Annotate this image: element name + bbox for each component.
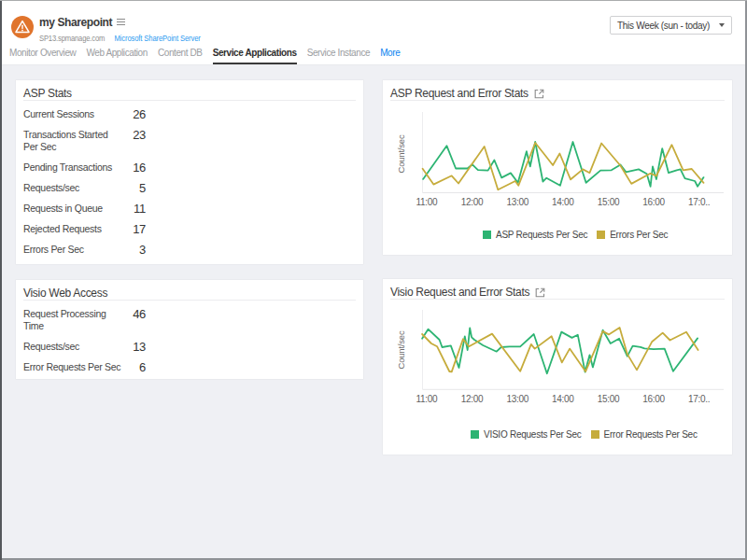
- stat-value: 16: [122, 161, 146, 174]
- x-axis-tick-label: 14:00: [552, 394, 574, 404]
- stat-row: Error Requests Per Sec6: [23, 361, 356, 373]
- legend-item-errors-per-sec[interactable]: Errors Per Sec: [597, 230, 668, 240]
- tab-content-db[interactable]: Content DB: [158, 48, 203, 64]
- legend-label: Error Requests Per Sec: [604, 429, 698, 440]
- stat-row: Pending Transactions16: [23, 161, 356, 174]
- stat-label: Error Requests Per Sec: [23, 361, 122, 373]
- x-axis-tick-label: 17:0..: [688, 197, 710, 207]
- stat-value: 46: [122, 308, 146, 320]
- line-chart-plot: Count/sec11:0012:0013:0014:0015:0016:001…: [383, 279, 732, 455]
- legend-swatch: [591, 430, 599, 439]
- legend-item-asp-requests-per-sec[interactable]: ASP Requests Per Sec: [483, 230, 587, 240]
- tab-bar: Monitor OverviewWeb ApplicationContent D…: [9, 48, 410, 64]
- legend-item-visio-requests-per-sec[interactable]: VISIO Requests Per Sec: [471, 429, 582, 440]
- card-title: Visio Web Access: [23, 280, 107, 300]
- host-name: SP13.spmanage.com: [39, 34, 105, 44]
- monitor-type-link[interactable]: Microsoft SharePoint Server: [114, 34, 200, 44]
- stat-value: 23: [122, 129, 146, 141]
- stat-label: Request Processing Time: [23, 308, 122, 332]
- series-visio-requests-per-sec: [422, 328, 698, 373]
- stat-row: Requests in Queue11: [23, 203, 356, 215]
- x-axis-tick-label: 13:00: [506, 394, 529, 404]
- line-chart-plot: Count/sec11:0012:0013:0014:0015:0016:001…: [383, 80, 732, 255]
- monitor-menu-icon[interactable]: [117, 19, 125, 25]
- stat-row: Transactions Started Per Sec23: [23, 129, 356, 153]
- legend-label: Errors Per Sec: [610, 230, 668, 240]
- chart-card-visio-request-error: Visio Request and Error StatsCount/sec11…: [382, 278, 733, 455]
- stat-label: Transactions Started Per Sec: [23, 129, 122, 153]
- app-window: my Sharepoint SP13.spmanage.com Microsof…: [0, 0, 747, 560]
- y-axis-label: Count/sec: [396, 134, 406, 173]
- stat-value: 5: [122, 182, 146, 194]
- time-range-value: This Week (sun - today): [617, 21, 710, 31]
- x-axis-tick-label: 16:00: [642, 394, 665, 404]
- stat-label: Errors Per Sec: [23, 244, 122, 256]
- chart-card-asp-request-error: ASP Request and Error StatsCount/sec11:0…: [382, 79, 733, 256]
- card-title: ASP Stats: [23, 80, 72, 100]
- y-axis-label: Count/sec: [396, 330, 406, 369]
- stat-row: Rejected Requests17: [23, 223, 356, 235]
- chart-legend: ASP Requests Per SecErrors Per Sec: [483, 230, 677, 240]
- time-range-select[interactable]: This Week (sun - today): [610, 16, 732, 35]
- stat-label: Pending Transactions: [23, 161, 122, 174]
- x-axis-tick-label: 12:00: [461, 197, 484, 207]
- stat-label: Requests in Queue: [23, 203, 122, 215]
- legend-item-error-requests-per-sec[interactable]: Error Requests Per Sec: [591, 429, 698, 440]
- tab-service-applications[interactable]: Service Applications: [213, 48, 297, 64]
- x-axis-tick-label: 16:00: [642, 197, 665, 207]
- tab-service-instance[interactable]: Service Instance: [307, 48, 371, 64]
- monitor-status-icon: [11, 16, 34, 38]
- stat-row: Current Sessions26: [23, 108, 356, 120]
- warning-triangle-icon: [11, 16, 34, 38]
- stat-value: 3: [122, 244, 146, 256]
- stat-label: Current Sessions: [23, 108, 122, 120]
- legend-swatch: [483, 231, 491, 239]
- legend-label: ASP Requests Per Sec: [496, 230, 587, 240]
- x-axis-tick-label: 15:00: [598, 197, 620, 207]
- chevron-down-icon: [719, 23, 725, 27]
- legend-swatch: [471, 430, 479, 439]
- chart-legend: VISIO Requests Per SecError Requests Per…: [471, 429, 707, 440]
- stat-card-asp-stats: ASP StatsCurrent Sessions26Transactions …: [15, 79, 364, 265]
- stat-row: Request Processing Time46: [23, 308, 356, 332]
- monitor-header: my Sharepoint SP13.spmanage.com Microsof…: [0, 0, 747, 65]
- stat-label: Rejected Requests: [23, 223, 122, 235]
- stat-value: 6: [122, 361, 146, 373]
- x-axis-tick-label: 13:00: [506, 197, 529, 207]
- stat-value: 11: [122, 203, 146, 215]
- tab-web-application[interactable]: Web Application: [86, 48, 148, 64]
- x-axis-tick-label: 14:00: [552, 197, 574, 207]
- stat-value: 26: [122, 108, 146, 120]
- legend-swatch: [597, 231, 605, 239]
- x-axis-tick-label: 17:0..: [688, 394, 710, 404]
- stat-row: Requests/sec5: [23, 182, 356, 194]
- stat-label: Requests/sec: [23, 341, 122, 353]
- stat-value: 13: [122, 341, 146, 353]
- x-axis-tick-label: 11:00: [416, 394, 439, 404]
- x-axis-tick-label: 12:00: [461, 394, 484, 404]
- tab-more[interactable]: More: [380, 48, 400, 64]
- monitor-name: my Sharepoint: [39, 16, 112, 29]
- stat-row: Requests/sec13: [23, 341, 356, 353]
- stat-value: 17: [122, 223, 146, 235]
- x-axis-tick-label: 11:00: [416, 197, 439, 207]
- monitor-subtitle-row: SP13.spmanage.com Microsoft SharePoint S…: [39, 34, 201, 44]
- tab-monitor-overview[interactable]: Monitor Overview: [9, 48, 76, 64]
- stat-label: Requests/sec: [23, 182, 122, 194]
- x-axis-tick-label: 15:00: [598, 394, 620, 404]
- stat-card-visio-web-access: Visio Web AccessRequest Processing Time4…: [15, 279, 364, 380]
- legend-label: VISIO Requests Per Sec: [484, 429, 582, 440]
- stat-row: Errors Per Sec3: [23, 244, 356, 256]
